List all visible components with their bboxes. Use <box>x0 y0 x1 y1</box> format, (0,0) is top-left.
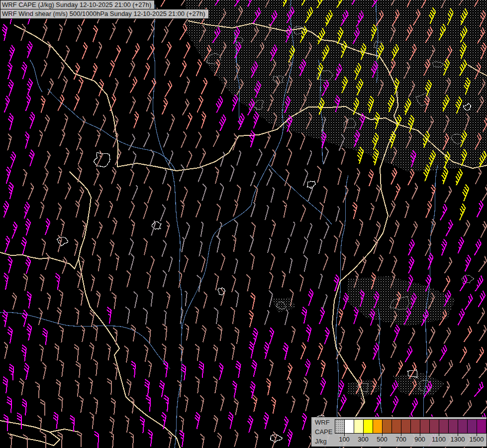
legend-panel: WRF CAPE J/kg 10030050070090011001300150… <box>311 417 487 447</box>
legend-unit-label: J/kg <box>315 437 332 446</box>
legend-model-label: WRF <box>315 418 332 427</box>
colorbar-cell <box>468 420 477 433</box>
colorbar-tick-label: 500 <box>377 436 388 443</box>
weather-map: WRF CAPE (J/kg) Sunday 12-10-2025 21:00 … <box>0 0 487 448</box>
colorbar-cell <box>420 420 430 433</box>
colorbar-cell <box>411 420 420 433</box>
legend-labels: WRF CAPE J/kg <box>315 418 332 446</box>
colorbar-tick-label: 1100 <box>432 436 446 443</box>
colorbar-cell <box>401 420 411 433</box>
colorbar-cell <box>373 420 383 433</box>
colorbar-cell <box>430 420 439 433</box>
colorbar-tick-label: 300 <box>358 436 369 443</box>
colorbar-cell <box>439 420 449 433</box>
legend-variable-label: CAPE <box>315 427 332 437</box>
colorbar-cell <box>364 420 373 433</box>
colorbar-tick-label: 900 <box>414 436 425 443</box>
colorbar-tick-label: 100 <box>339 436 350 443</box>
colorbar-cell <box>449 420 458 433</box>
title-line-windshear: WRF Wind shear (m/s) 500/1000hPa Sunday … <box>0 9 209 19</box>
colorbar-tick-label: 1500 <box>470 436 484 443</box>
colorbar-cell <box>335 420 345 433</box>
map-canvas <box>0 0 487 448</box>
colorbar-cell <box>392 420 401 433</box>
title-line-cape: WRF CAPE (J/kg) Sunday 12-10-2025 21:00 … <box>0 0 155 10</box>
colorbar-cell <box>345 420 354 433</box>
colorbar-cell <box>477 420 486 433</box>
colorbar-cell <box>354 420 364 433</box>
colorbar-tick-label: 1300 <box>451 436 465 443</box>
colorbar-tick-label: 700 <box>395 436 406 443</box>
colorbar-cell <box>458 420 468 433</box>
colorbar-cell <box>383 420 392 433</box>
cape-colorbar <box>335 419 487 434</box>
